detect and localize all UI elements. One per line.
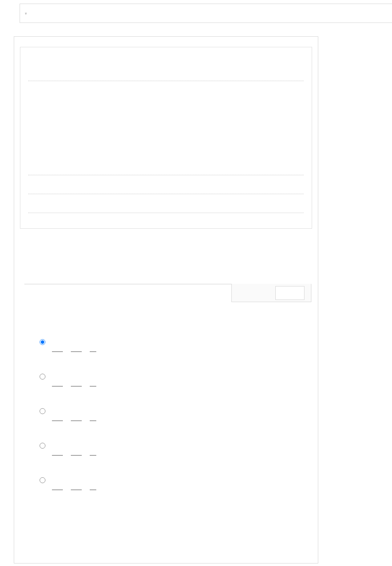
dash-icon [52,455,63,455]
dash-icon [52,386,63,386]
option-radio[interactable] [40,408,45,414]
option-label [52,477,96,482]
recaptcha-section [24,284,308,284]
option-label [52,373,96,379]
option-body [52,442,96,455]
option-label [52,338,96,344]
form-section [20,47,312,229]
form-divider [28,81,304,81]
option-dashes [52,421,96,421]
option-dashes [52,455,96,455]
chevron-double-down-icon[interactable]: » [24,12,28,14]
option-item [40,442,303,455]
dash-icon [52,490,63,490]
option-label [52,408,96,413]
option-label [52,442,96,448]
option-radio[interactable] [40,339,45,345]
form-divider [28,175,304,175]
recaptcha-badge [275,286,304,300]
options-group [40,338,303,511]
dash-icon [52,421,63,421]
option-item [40,408,303,421]
option-body [52,338,96,352]
dash-icon [71,455,82,455]
dash-icon [90,421,96,421]
dash-icon [52,352,63,352]
option-dashes [52,490,96,490]
recaptcha-widget[interactable] [231,284,311,302]
form-divider [28,213,304,213]
option-body [52,477,96,490]
option-radio[interactable] [40,443,45,449]
dash-icon [90,490,96,490]
option-item [40,338,303,352]
option-radio[interactable] [40,477,45,483]
form-divider [28,194,304,194]
top-bar: » [20,4,392,23]
option-body [52,408,96,421]
option-radio[interactable] [40,374,45,380]
dash-icon [90,386,96,386]
option-body [52,373,96,386]
dash-icon [71,421,82,421]
option-item [40,477,303,490]
option-dashes [52,386,96,386]
option-dashes [52,352,96,352]
dash-icon [90,352,96,352]
main-panel [14,36,318,563]
dash-icon [71,352,82,352]
dash-icon [90,455,96,455]
option-item [40,373,303,386]
dash-icon [71,386,82,386]
dash-icon [71,490,82,490]
